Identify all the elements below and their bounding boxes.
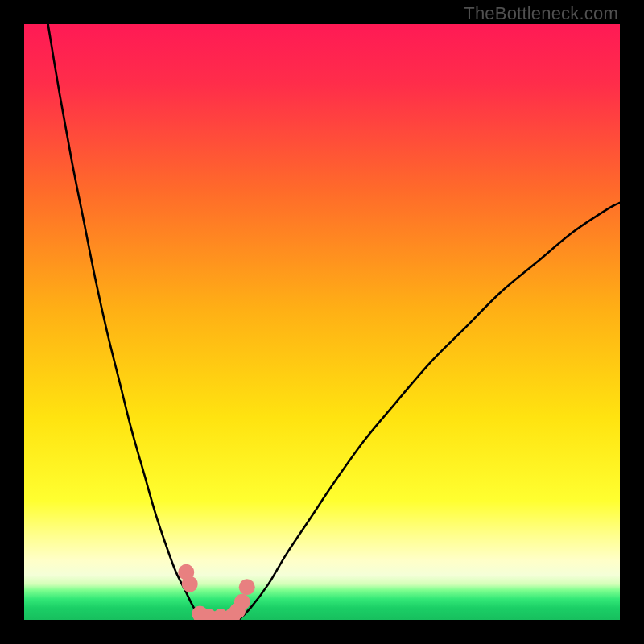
- chart-frame: TheBottleneck.com: [0, 0, 644, 644]
- watermark-text: TheBottleneck.com: [464, 3, 618, 24]
- plot-area: [24, 24, 620, 620]
- data-marker: [182, 576, 198, 592]
- bottleneck-curve: [48, 24, 620, 620]
- data-marker: [239, 579, 255, 595]
- curve-layer: [24, 24, 620, 620]
- data-marker: [234, 594, 250, 610]
